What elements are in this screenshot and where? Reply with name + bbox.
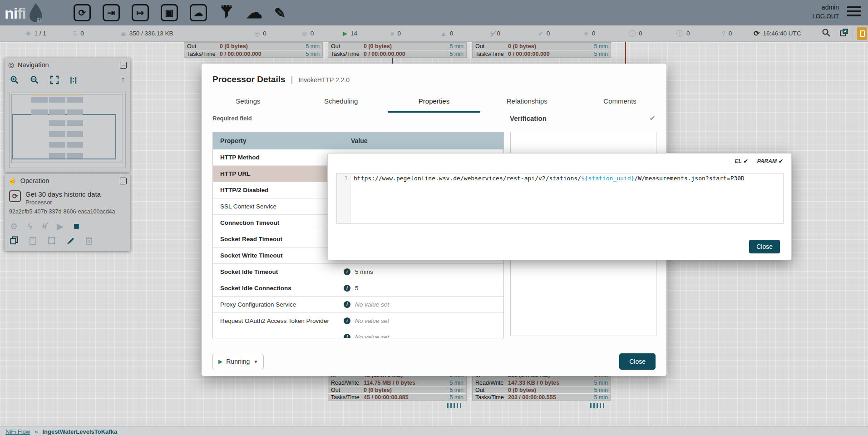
input-port-icon[interactable]: ⇥: [103, 4, 120, 21]
start-icon[interactable]: ▶: [57, 222, 64, 231]
collapse-icon[interactable]: −: [120, 62, 127, 69]
run-state-label: Running: [226, 358, 250, 365]
connection-line: [625, 42, 626, 64]
chevron-down-icon: ▼: [253, 359, 258, 364]
status-not-transmitting: ⊘0: [302, 25, 314, 41]
refresh-icon[interactable]: ⟳: [754, 30, 760, 37]
disable-icon[interactable]: ϟ: [42, 222, 47, 231]
editor-close-button[interactable]: Close: [749, 240, 780, 253]
stale-icon: ↑: [629, 30, 636, 37]
zoom-actual-icon[interactable]: |:|: [70, 75, 77, 84]
threads-icon: ⠿: [73, 30, 77, 37]
transmitting-icon: ◎: [254, 30, 260, 37]
property-value-editor: EL✔ PARAM✔ 1 https://www.pegelonline.wsv…: [327, 153, 792, 260]
label-icon[interactable]: ✎: [274, 4, 286, 21]
paste-icon[interactable]: [29, 236, 37, 245]
table-row[interactable]: Socket Idle Timeouti5 mins: [213, 264, 503, 280]
search-icon[interactable]: [822, 28, 831, 39]
group-icon[interactable]: [47, 236, 56, 245]
remote-process-group-icon[interactable]: ☁: [190, 4, 207, 21]
http-url-value[interactable]: https://www.pegelonline.wsv.de/webservic…: [350, 173, 745, 223]
global-menu-icon[interactable]: [847, 6, 861, 19]
disabled-icon: ϟ: [490, 30, 493, 37]
tab-properties[interactable]: Properties: [388, 92, 481, 113]
sync-failure-icon: !: [676, 30, 683, 37]
dialog-tabs: Settings Scheduling Properties Relations…: [202, 92, 666, 113]
processor-stats: Out0 (0 bytes)5 min Tasks/Time0 / 00:00:…: [184, 42, 323, 58]
status-stale: ↑0: [629, 25, 642, 41]
process-group-icon[interactable]: ▣: [161, 4, 178, 21]
breadcrumb: NiFi Flow » IngestWaterLevelsToKafka: [0, 426, 868, 436]
settings-icon[interactable]: [839, 28, 848, 39]
color-icon[interactable]: [66, 236, 75, 245]
birdseye-map[interactable]: [9, 93, 126, 168]
verification-check-icon[interactable]: ✔: [650, 114, 656, 123]
processor-icon[interactable]: ⟳: [74, 4, 91, 21]
delete-icon[interactable]: [85, 236, 93, 245]
table-row[interactable]: Proxy Configuration ServiceiNo value set: [213, 297, 503, 313]
info-icon[interactable]: i: [344, 268, 350, 275]
selected-component-name: Get 30 days historic data: [25, 190, 101, 198]
el-expression: ${station_uuid}: [581, 175, 634, 182]
operation-panel-title: Operation: [20, 177, 49, 184]
copy-icon[interactable]: [10, 236, 19, 245]
verification-title: Verification: [510, 114, 547, 122]
funnel-icon[interactable]: [219, 4, 234, 21]
tab-settings[interactable]: Settings: [202, 92, 295, 113]
status-bar-tools: [822, 25, 868, 41]
breadcrumb-root-link[interactable]: NiFi Flow: [5, 428, 30, 435]
divider: [853, 28, 853, 39]
tab-scheduling[interactable]: Scheduling: [295, 92, 388, 113]
configure-icon[interactable]: ⚙: [10, 222, 18, 231]
sparkline-ticks: [447, 403, 461, 408]
tab-comments[interactable]: Comments: [573, 92, 666, 113]
output-port-icon[interactable]: ↦: [132, 4, 149, 21]
hand-pointer-icon: ☝: [8, 177, 17, 185]
cluster-icon: ❖: [25, 30, 31, 37]
running-icon: ▶: [218, 358, 222, 365]
status-bar: ❖1 / 1 ⠿0 ≣350 / 336.13 KB ◎0 ⊘0 ▶14 ■0 …: [0, 25, 868, 42]
status-cluster: ❖1 / 1: [25, 25, 46, 41]
dialog-close-button[interactable]: Close: [619, 353, 656, 370]
status-running: ▶14: [343, 25, 357, 41]
table-row[interactable]: Socket Idle Connectionsi5: [213, 280, 503, 297]
help-icon: ?: [722, 30, 725, 37]
divider: [835, 28, 835, 39]
breadcrumb-current: IngestWaterLevelsToKafka: [42, 428, 117, 435]
info-icon[interactable]: i: [344, 301, 350, 308]
collapse-icon[interactable]: −: [120, 178, 127, 184]
status-invalid: ▲0: [440, 25, 453, 41]
operation-panel: ☝ Operation − ⟳ Get 30 days historic dat…: [5, 174, 130, 251]
status-threads: ⠿0: [73, 25, 84, 41]
running-icon: ▶: [343, 30, 347, 36]
flowfile-panel-icon[interactable]: [857, 27, 867, 40]
logo-text-ni: ni: [5, 5, 17, 22]
info-icon[interactable]: i: [344, 317, 350, 324]
up-to-date-icon: ✔: [538, 30, 543, 37]
stop-icon[interactable]: ■: [74, 221, 79, 231]
locally-modified-icon: ✳: [583, 30, 589, 37]
zoom-in-icon[interactable]: [10, 75, 19, 84]
info-icon[interactable]: i: [344, 334, 350, 338]
enable-icon[interactable]: ϟ: [28, 222, 32, 231]
value-code-editor[interactable]: 1 https://www.pegelonline.wsv.de/webserv…: [336, 173, 784, 224]
column-property: Property: [213, 137, 351, 144]
zoom-fit-icon[interactable]: [50, 75, 59, 84]
run-state-button[interactable]: ▶ Running ▼: [212, 354, 264, 369]
status-help: ?0: [722, 25, 732, 41]
table-row[interactable]: iNo value set: [213, 329, 503, 338]
logout-link[interactable]: LOG OUT: [812, 13, 839, 20]
template-icon[interactable]: ☁: [246, 4, 262, 21]
selected-component-type: Processor: [25, 199, 101, 206]
el-supported-badge: EL✔: [735, 158, 748, 164]
status-queue: ≣350 / 336.13 KB: [121, 25, 173, 41]
navigation-panel-title: Navigation: [18, 61, 49, 69]
tab-relationships[interactable]: Relationships: [480, 92, 573, 113]
processor-type-version: InvokeHTTP 2.2.0: [298, 76, 350, 84]
zoom-out-icon[interactable]: [30, 75, 39, 84]
table-row[interactable]: Request OAuth2 Access Token ProvideriNo …: [213, 313, 503, 329]
info-icon[interactable]: i: [344, 285, 350, 292]
check-icon: ✔: [744, 158, 748, 164]
leave-group-icon[interactable]: ↑: [121, 75, 125, 84]
processor-stats: Out0 (0 bytes)5 min Tasks/Time0 / 00:00:…: [472, 42, 611, 58]
